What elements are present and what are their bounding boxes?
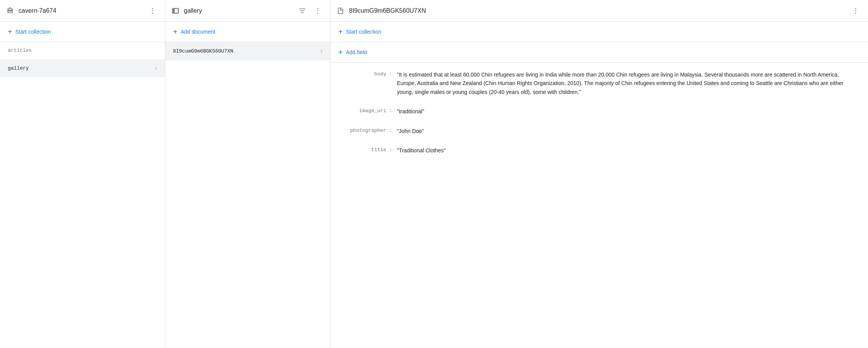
add-document-button[interactable]: + Add document	[173, 28, 215, 36]
middle-panel-content: 8I9cumG9m6BGK560U7XN ›	[165, 42, 330, 348]
filter-button[interactable]	[296, 5, 309, 17]
svg-point-7	[317, 10, 319, 11]
right-panel-content: body : "It is estimated that at least 60…	[331, 63, 868, 348]
database-icon	[6, 7, 14, 15]
svg-point-8	[317, 12, 319, 14]
collection-icon	[171, 7, 179, 15]
right-add-field-row: + Add field	[331, 42, 868, 63]
left-panel-content: articles gallery ›	[0, 42, 165, 348]
left-more-button[interactable]	[146, 5, 159, 17]
middle-list-item-doc[interactable]: 8I9cumG9m6BGK560U7XN ›	[165, 42, 330, 60]
document-icon	[337, 7, 344, 15]
left-header-actions	[146, 5, 159, 17]
right-more-icon	[852, 7, 860, 15]
right-panel: 8I9cumG9m6BGK560U7XN + Start collection	[331, 0, 868, 348]
start-collection-label: Start collection	[15, 29, 51, 35]
right-start-collection-button[interactable]: + Start collection	[338, 28, 381, 36]
filter-icon	[298, 7, 306, 15]
middle-more-button[interactable]	[312, 5, 324, 17]
doc-id-label: 8I9cumG9m6BGK560U7XN	[173, 48, 320, 54]
right-header-actions	[849, 5, 862, 17]
title-key: title :	[343, 146, 397, 153]
image-uri-value: "traditional"	[397, 107, 424, 116]
start-collection-button[interactable]: + Start collection	[8, 28, 51, 36]
svg-point-2	[152, 12, 153, 14]
middle-action-row: + Add document	[165, 22, 330, 42]
left-list-item-articles[interactable]: articles	[0, 42, 165, 59]
right-start-collection-label: Start collection	[346, 29, 381, 35]
field-row-title: title : "Traditional Clothes"	[343, 146, 856, 155]
more-vert-icon	[149, 7, 156, 15]
middle-panel: gallery +	[165, 0, 331, 348]
database-svg	[6, 7, 14, 15]
middle-panel-header: gallery	[165, 0, 330, 22]
left-action-row: + Start collection	[0, 22, 165, 42]
gallery-chevron-icon: ›	[155, 65, 157, 72]
add-document-label: Add document	[181, 29, 215, 35]
svg-point-0	[152, 8, 153, 9]
svg-point-1	[152, 10, 153, 11]
field-row-body: body : "It is estimated that at least 60…	[343, 70, 856, 96]
left-panel: cavern-7a674 + Start collection articles	[0, 0, 165, 348]
left-panel-title: cavern-7a674	[19, 7, 146, 14]
middle-panel-title: gallery	[184, 7, 296, 14]
right-start-collection-row: + Start collection	[331, 22, 868, 42]
svg-point-9	[855, 8, 856, 9]
right-panel-title: 8I9cumG9m6BGK560U7XN	[349, 7, 849, 14]
plus-icon-right-af: +	[338, 48, 343, 56]
title-value: "Traditional Clothes"	[397, 146, 446, 155]
middle-more-icon	[314, 7, 322, 15]
add-field-button[interactable]: + Add field	[338, 48, 367, 56]
body-value: "It is estimated that at least 60,000 Ch…	[397, 70, 856, 96]
photographer-key: photographer :	[343, 127, 397, 133]
plus-icon-middle: +	[173, 28, 178, 36]
body-key: body :	[343, 70, 397, 77]
plus-icon-right-sc: +	[338, 28, 343, 36]
app-container: cavern-7a674 + Start collection articles	[0, 0, 868, 348]
svg-point-6	[317, 8, 319, 9]
fields-section: body : "It is estimated that at least 60…	[331, 63, 868, 173]
svg-rect-4	[173, 8, 174, 13]
svg-rect-5	[174, 8, 179, 13]
svg-point-11	[855, 12, 856, 14]
svg-rect-3	[172, 8, 173, 13]
document-svg	[337, 7, 344, 15]
gallery-label: gallery	[8, 65, 155, 71]
field-row-image-uri: image_uri : "traditional"	[343, 107, 856, 116]
right-more-button[interactable]	[849, 5, 862, 17]
add-field-label: Add field	[346, 49, 367, 55]
field-row-photographer: photographer : "John Doe"	[343, 127, 856, 135]
photographer-value: "John Doe"	[397, 127, 424, 135]
right-panel-header: 8I9cumG9m6BGK560U7XN	[331, 0, 868, 22]
doc-chevron-icon: ›	[320, 48, 322, 55]
image-uri-key: image_uri :	[343, 107, 397, 114]
plus-icon-left: +	[8, 28, 12, 36]
left-list-item-gallery[interactable]: gallery ›	[0, 59, 165, 77]
left-panel-header: cavern-7a674	[0, 0, 165, 22]
collection-svg	[171, 7, 179, 15]
articles-label: articles	[8, 48, 157, 53]
svg-point-10	[855, 10, 856, 11]
middle-header-actions	[296, 5, 324, 17]
